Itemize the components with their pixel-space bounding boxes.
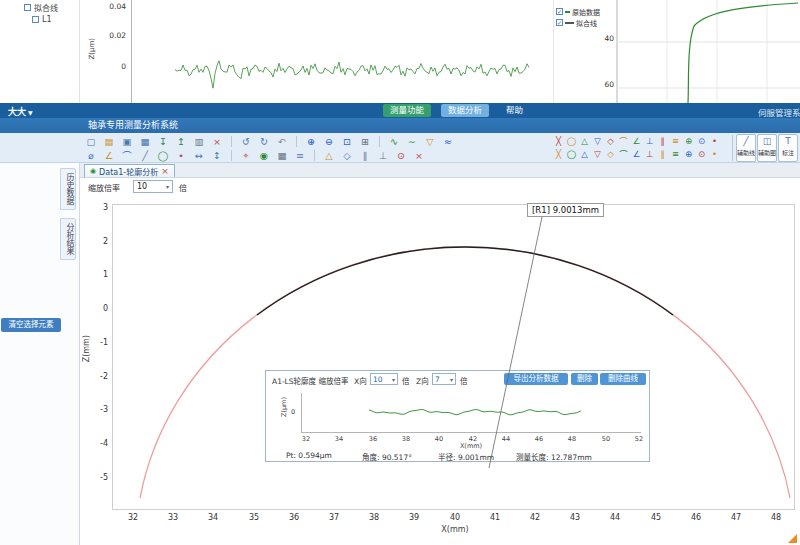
ribbon-tab-measure[interactable]: 测量功能 xyxy=(383,104,431,117)
feature-icon-4[interactable]: ▽ xyxy=(591,135,604,148)
annotate-button[interactable]: T 标注 xyxy=(778,134,798,162)
feature-icon-14[interactable]: ╳ xyxy=(552,148,565,161)
ribbon-separator xyxy=(231,150,232,161)
import-icon[interactable]: ↧ xyxy=(156,135,170,148)
table-icon[interactable]: ▦ xyxy=(275,149,289,162)
feature-icon-17[interactable]: ▽ xyxy=(591,148,604,161)
tab-data1-profile-analysis[interactable]: ◉ Data1-轮廓分析 × xyxy=(84,164,175,177)
z-zoom-select[interactable]: 7 ▾ xyxy=(432,373,456,385)
feature-icon-16[interactable]: △ xyxy=(578,148,591,161)
spectrum-icon[interactable]: ≈ xyxy=(441,135,455,148)
feature-icon-9[interactable]: ∥ xyxy=(656,135,669,148)
tab-history-data[interactable]: 历史数据 xyxy=(60,168,76,210)
x-zoom-select[interactable]: 10 ▾ xyxy=(370,373,398,385)
triangle-icon[interactable]: △ xyxy=(322,149,336,162)
record-icon[interactable]: ◉ xyxy=(257,149,271,162)
feature-icon-23[interactable]: ≡ xyxy=(669,148,682,161)
arc-icon[interactable]: ⌒ xyxy=(120,149,134,162)
report-icon[interactable]: ≡ xyxy=(293,149,307,162)
checkbox-checked-icon[interactable]: ✓ xyxy=(556,19,563,26)
feature-icon-26[interactable]: • xyxy=(708,148,721,161)
delete-icon[interactable]: × xyxy=(210,135,224,148)
close-tool-icon[interactable]: × xyxy=(412,149,426,162)
height-icon[interactable]: ↕ xyxy=(210,149,224,162)
delete-curve-button[interactable]: 删除曲线 xyxy=(600,373,646,385)
zoom-fit-icon[interactable]: ⊡ xyxy=(340,135,354,148)
aux-line-button[interactable]: ╱ 辅助线 xyxy=(736,134,756,162)
feature-icon-12[interactable]: ⊙ xyxy=(695,135,708,148)
back-icon[interactable]: ↶ xyxy=(275,135,289,148)
checkbox-icon[interactable] xyxy=(24,4,31,11)
plot-area[interactable] xyxy=(112,204,795,510)
width-icon[interactable]: ↔ xyxy=(192,149,206,162)
checkbox-checked-icon[interactable]: ✓ xyxy=(556,8,563,15)
wave-icon[interactable]: ∿ xyxy=(387,135,401,148)
grid-icon[interactable]: ⊞ xyxy=(358,135,372,148)
ribbon-tab-help[interactable]: 帮助 xyxy=(499,104,530,117)
inset-plot-area[interactable] xyxy=(301,393,641,433)
feature-icon-5[interactable]: ◇ xyxy=(604,135,617,148)
radius-annotation[interactable]: [R1] 9.0013mm xyxy=(527,203,604,217)
feature-icon-13[interactable]: • xyxy=(708,135,721,148)
feature-icon-3[interactable]: △ xyxy=(578,135,591,148)
x-tick: 48 xyxy=(564,435,580,443)
parallel-icon[interactable]: ∥ xyxy=(358,149,372,162)
legend-item-fit-line[interactable]: ✓ 拟合线 xyxy=(556,17,600,28)
filter-icon[interactable]: ▽ xyxy=(423,135,437,148)
checkbox-icon[interactable] xyxy=(32,16,39,23)
circle-icon[interactable]: ◯ xyxy=(156,149,170,162)
feature-icon-10[interactable]: ≡ xyxy=(669,135,682,148)
diamond-icon[interactable]: ◇ xyxy=(340,149,354,162)
aux-graph-button[interactable]: ◫ 辅助图 xyxy=(757,134,777,162)
undo-icon[interactable]: ↺ xyxy=(239,135,253,148)
tab-analysis-result[interactable]: 分析结果 xyxy=(60,218,76,260)
export-icon[interactable]: ↥ xyxy=(174,135,188,148)
menu-item-management[interactable]: 伺服管理系统 xyxy=(758,106,800,118)
y-axis-label: Z(μm) xyxy=(280,397,288,417)
feature-icon-21[interactable]: ⊥ xyxy=(643,148,656,161)
save-icon[interactable]: ▣ xyxy=(120,135,134,148)
new-icon[interactable]: ▢ xyxy=(84,135,98,148)
tree-item-l1[interactable]: L1 xyxy=(32,15,52,24)
feature-icon-7[interactable]: ∠ xyxy=(630,135,643,148)
zoom-out-icon[interactable]: ⊖ xyxy=(322,135,336,148)
feature-icon-22[interactable]: ∥ xyxy=(656,148,669,161)
aux-line-icon: ╱ xyxy=(743,135,748,148)
feature-icon-8[interactable]: ⊥ xyxy=(643,135,656,148)
feature-icon-1[interactable]: ╳ xyxy=(552,135,565,148)
feature-icon-24[interactable]: ⊕ xyxy=(682,148,695,161)
smooth-icon[interactable]: ∼ xyxy=(405,135,419,148)
ribbon-tab-data-analysis[interactable]: 数据分析 xyxy=(441,104,489,117)
button-label: 辅助图 xyxy=(758,148,776,157)
feature-icon-6[interactable]: ⌒ xyxy=(617,135,630,148)
feature-icon-25[interactable]: ⊙ xyxy=(695,148,708,161)
feature-icon-2[interactable]: ◯ xyxy=(565,135,578,148)
feature-icon-18[interactable]: ◇ xyxy=(604,148,617,161)
document-tab-bar: ◉ Data1-轮廓分析 × xyxy=(80,163,800,178)
tree-item-fit-line[interactable]: 拟合线 xyxy=(24,2,58,13)
target-icon[interactable]: ⌖ xyxy=(239,149,253,162)
concentric-icon[interactable]: ⊙ xyxy=(394,149,408,162)
delete-button[interactable]: 删除 xyxy=(571,373,598,385)
redo-icon[interactable]: ↻ xyxy=(257,135,271,148)
perpendicular-icon[interactable]: ⊥ xyxy=(376,149,390,162)
x-axis-label: X(mm) xyxy=(435,525,475,534)
diameter-icon[interactable]: ⌀ xyxy=(84,149,98,162)
feature-icon-11[interactable]: ⊕ xyxy=(682,135,695,148)
point-icon[interactable]: • xyxy=(174,149,188,162)
feature-icon-15[interactable]: ◯ xyxy=(565,148,578,161)
copy-icon[interactable]: ▦ xyxy=(138,135,152,148)
feature-icon-20[interactable]: ∠ xyxy=(630,148,643,161)
zoom-ratio-select[interactable]: 10 ▾ xyxy=(133,180,173,193)
angle-icon[interactable]: ∠ xyxy=(102,149,116,162)
clear-selection-button[interactable]: 清空选择元素 xyxy=(1,318,61,332)
feature-icon-19[interactable]: ⌒ xyxy=(617,148,630,161)
line-icon[interactable]: ╱ xyxy=(138,149,152,162)
close-icon[interactable]: × xyxy=(161,166,169,176)
app-logo[interactable]: 大大▼ xyxy=(8,105,33,118)
zoom-in-icon[interactable]: ⊕ xyxy=(304,135,318,148)
export-analysis-button[interactable]: 导出分析数据 xyxy=(504,373,568,385)
open-icon[interactable]: ▤ xyxy=(102,135,116,148)
legend-item-raw-data[interactable]: ✓ 原始数据 xyxy=(556,6,600,17)
print-icon[interactable]: ▥ xyxy=(192,135,206,148)
